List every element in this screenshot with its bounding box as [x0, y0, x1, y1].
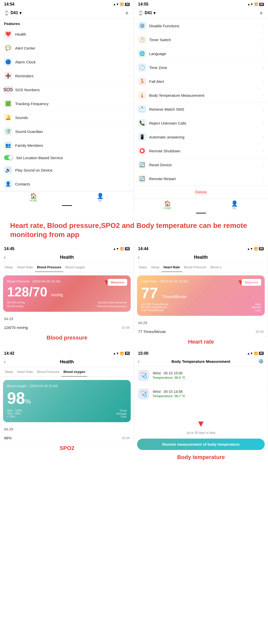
tab-sleep-3[interactable]: Sleep — [3, 263, 15, 272]
signal-icon-4: ▲▼ — [247, 247, 253, 251]
chevron-body-temp: › — [263, 93, 264, 97]
menu-item-health[interactable]: ❤️ Health › — [0, 27, 134, 41]
card-unit-bp: mmHg — [51, 293, 63, 297]
tab-me-2[interactable]: 👤 ME — [201, 200, 268, 210]
menu-item-alert-center[interactable]: 💬 Alert Center › — [0, 41, 134, 55]
add-button-2[interactable]: ＋ — [258, 9, 264, 17]
remote-measure-btn[interactable]: Remote measurement of body temperature — [137, 439, 265, 450]
menu-item-disable[interactable]: ⚙️ Disable Functions › — [134, 19, 268, 33]
hr-range-low: < 60 Times/MinuteLow — [141, 309, 261, 312]
tab-me-label-2: ME — [233, 207, 236, 210]
menu-item-alarm-clock[interactable]: 🔵 Alarm Clock › — [0, 55, 134, 69]
phone-screen-4: 14:44 ▲▼ 📶 99 ‹ Health Steps Sleep Heart… — [134, 245, 268, 337]
device-name-1[interactable]: ⌚ D41 ▾ — [4, 11, 21, 15]
status-icons-6: ▲▼ 📶 99 — [247, 352, 264, 355]
up-to-days-label: Up to 30 days of data — [134, 429, 268, 437]
menu-item-sound-guardian[interactable]: 🛡️ Sound Guardian › — [0, 125, 134, 138]
chevron-language: › — [263, 52, 264, 56]
home-icon-1: 🏠 — [0, 193, 67, 199]
device-header-1: ⌚ D41 ▾ ＋ — [0, 8, 134, 19]
card-ranges-bp-2: 60-89 mmHg Diastolic blood pressure — [7, 305, 127, 308]
menu-item-language[interactable]: 🌐 Language › — [134, 47, 268, 61]
spo2-screen-label: SPO2 — [0, 443, 134, 456]
tab-home-label-2: HOME — [164, 207, 171, 210]
alert-center-icon: 💬 — [4, 44, 12, 52]
chevron-reset-device: › — [263, 163, 264, 167]
range-systolic: 90-139 mmHg — [7, 301, 25, 304]
tab-hr-4[interactable]: Heart Rate — [162, 263, 182, 272]
family-members-icon: 👥 — [4, 141, 12, 149]
chevron-disable: › — [263, 24, 264, 28]
range-diastolic-label: Diastolic blood pressure — [97, 305, 127, 308]
tab-heartrate-3[interactable]: Heart Rate — [15, 263, 35, 272]
menu-item-play-sound[interactable]: 🔊 Play Sound on Device › — [0, 163, 134, 177]
tab-bp-4[interactable]: Blood Pressure — [182, 263, 209, 272]
history-time-bp: 15:34 — [121, 326, 130, 329]
menu-item-contacts[interactable]: 👤 Contacts › — [0, 177, 134, 191]
tab-bp-5[interactable]: Blood Pressure — [35, 367, 61, 376]
tab-home-2[interactable]: 🏠 HOME — [134, 200, 201, 210]
menu-label-timezone: Time Zone — [149, 65, 263, 70]
menu-item-timer[interactable]: ⏱️ Timer Switch › — [134, 33, 268, 47]
add-button-1[interactable]: ＋ — [124, 9, 130, 17]
menu-item-sos[interactable]: SOS SOS Numbers › — [0, 83, 134, 97]
measure-btn-hr[interactable]: Measure — [242, 279, 261, 286]
device-name-2[interactable]: ⌚ D41 ▾ — [138, 11, 155, 15]
fall-alert-icon: 🏃 — [138, 77, 146, 85]
temp-screen-label: Body temperature — [134, 452, 268, 465]
tab-bp-3[interactable]: Blood Pressure — [35, 263, 63, 272]
health-title-3: Health — [60, 255, 74, 260]
menu-item-timezone[interactable]: 🕐 Time Zone › — [134, 61, 268, 75]
menu-item-location-service[interactable]: Set Location-Based Service › — [0, 152, 134, 163]
sounds-icon: 🔔 — [4, 113, 12, 122]
menu-item-reminders[interactable]: ➕ Reminders › — [0, 69, 134, 83]
back-button-5[interactable]: ‹ — [4, 359, 6, 365]
spo2-range-avg: 70% - 89%Average — [7, 412, 127, 415]
tab-me-1[interactable]: 👤 ME — [67, 193, 134, 202]
menu-item-reject-calls[interactable]: 📞 Reject Unknown Calls › — [134, 116, 268, 130]
menu-list-1: ❤️ Health › 💬 Alert Center › 🔵 Alarm Clo… — [0, 27, 134, 191]
signal-icon-6: ▲▼ — [247, 352, 253, 355]
tab-sleep-5[interactable]: Sleep — [3, 367, 15, 376]
menu-item-sounds[interactable]: 🔔 Sounds › — [0, 111, 134, 125]
time-3: 14:45 — [4, 247, 14, 251]
back-button-4[interactable]: ‹ — [138, 255, 140, 260]
menu-item-remote-restart[interactable]: 🔄 Remote Restart › — [134, 172, 268, 186]
menu-item-auto-answer[interactable]: 📱 Automatic answering › — [134, 130, 268, 144]
chevron-tracking: › — [128, 102, 130, 106]
tab-steps-4[interactable]: Steps — [137, 263, 149, 272]
back-button-6[interactable]: ‹ — [138, 359, 140, 364]
tab-hr-5[interactable]: Heart Rate — [15, 367, 35, 376]
device-icon-2: ⌚ — [138, 11, 143, 15]
chevron-remote-shutdown: › — [263, 149, 264, 153]
card-unit-hr: Times/Minute — [162, 295, 186, 299]
gear-icon-6[interactable]: ⚙️ — [258, 359, 264, 364]
menu-item-tracking[interactable]: 🟩 Tracking Frequency › — [0, 97, 134, 111]
measure-btn-bp[interactable]: Measure — [108, 279, 127, 286]
health-tabs-3: Sleep Heart Rate Blood Pressure Blood ox… — [0, 263, 134, 272]
temp-value-2: Temperature: 36.7 °C — [153, 394, 185, 398]
delete-button[interactable]: Delete — [134, 186, 268, 199]
menu-item-remote-shutdown[interactable]: ⭕ Remote Shutdown › — [134, 144, 268, 158]
menu-item-fall-alert[interactable]: 🏃 Fall Alert › — [134, 75, 268, 88]
history-value-hr: 77 Times/Minute — [138, 329, 166, 334]
signal-icon-3: ▲▼ — [113, 247, 119, 251]
phone-col-temp: 15:00 ▲▼ 📶 99 ‹ Body Temperature Measure… — [134, 349, 268, 465]
menu-item-family-members[interactable]: 👥 Family Members › — [0, 138, 134, 152]
location-service-toggle[interactable] — [4, 155, 13, 160]
tab-home-1[interactable]: 🏠 HOME — [0, 193, 67, 202]
back-button-3[interactable]: ‹ — [4, 255, 6, 260]
menu-item-reset-device[interactable]: 🔄 Reset Device › — [134, 158, 268, 172]
tab-bo-4[interactable]: Blood o — [208, 263, 224, 272]
sound-guardian-icon: 🛡️ — [4, 127, 12, 135]
card-title-row-spo2: Blood oxygen (2024-04-29 15:34) — [7, 384, 127, 388]
contacts-icon: 👤 — [4, 180, 12, 188]
temp-info-2: Wrist 05-15 14:58 Temperature: 36.7 °C — [153, 390, 185, 398]
chevron-timezone: › — [263, 65, 264, 69]
tab-oxygen-5[interactable]: Blood oxygen — [61, 367, 87, 377]
tab-sleep-4[interactable]: Sleep — [149, 263, 161, 272]
section-title-1: Features — [0, 19, 134, 27]
menu-item-body-temp[interactable]: 🌡️ Body Temperature Measurement › — [134, 88, 268, 102]
menu-item-retrieve-sms[interactable]: 📩 Retrieve Watch SMS › — [134, 102, 268, 116]
tab-oxygen-3[interactable]: Blood oxygen — [63, 263, 87, 272]
